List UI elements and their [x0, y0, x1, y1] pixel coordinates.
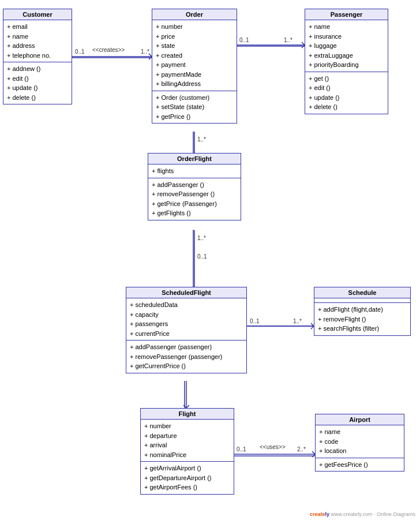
orderflight-methods: + addPassenger () + removePassenger () +… — [148, 178, 241, 220]
flight-methods: + getArrivalAirport () + getDepartureAir… — [141, 462, 234, 494]
svg-text:1..*: 1..* — [197, 136, 206, 143]
scheduledflight-class: ScheduledFlight + scheduledData + capaci… — [126, 287, 247, 373]
scheduledflight-attributes: + scheduledData + capacity + passengers … — [126, 298, 246, 341]
watermark-create: create — [310, 511, 325, 517]
watermark-url: www.creately.com · Online Diagrams — [331, 511, 415, 517]
scheduledflight-methods: + addPassenger (passenger) + removePasse… — [126, 341, 246, 373]
airport-attributes: + name + code + location — [316, 425, 404, 458]
customer-attributes: + email + name + address + telephone no. — [3, 20, 72, 62]
schedule-title: Schedule — [314, 287, 410, 298]
scheduledflight-title: ScheduledFlight — [126, 287, 246, 298]
schedule-methods: + addFlight (flight,date) + removeFlight… — [314, 303, 410, 335]
svg-text:0..1: 0..1 — [250, 318, 260, 324]
svg-text:<<creates>>: <<creates>> — [92, 47, 125, 53]
svg-text:2..*: 2..* — [297, 446, 306, 452]
airport-methods: + getFeesPrice () — [316, 458, 404, 472]
orderflight-title: OrderFlight — [148, 154, 241, 164]
watermark-ly: ly — [325, 511, 330, 517]
flight-class: Flight + number + departure + arrival + … — [140, 408, 234, 495]
passenger-class: Passenger + name + insurance + luggage +… — [305, 9, 388, 114]
watermark: creately www.creately.com · Online Diagr… — [310, 511, 415, 517]
svg-text:1..*: 1..* — [197, 235, 206, 241]
order-title: Order — [152, 9, 237, 20]
customer-title: Customer — [3, 9, 72, 20]
flight-attributes: + number + departure + arrival + nominal… — [141, 420, 234, 462]
schedule-attributes-empty — [314, 298, 410, 303]
orderflight-class: OrderFlight + flights + addPassenger () … — [148, 153, 241, 220]
flight-title: Flight — [141, 409, 234, 420]
order-attributes: + number + price + state + created + pay… — [152, 20, 237, 91]
diagram-container: Customer + email + name + address + tele… — [0, 0, 420, 520]
order-class: Order + number + price + state + created… — [152, 9, 237, 124]
order-methods: + Order (customer) + setState (state) + … — [152, 91, 237, 124]
svg-text:<<uses>>: <<uses>> — [260, 444, 286, 450]
svg-text:0..1: 0..1 — [239, 37, 249, 43]
svg-text:1..*: 1..* — [141, 48, 149, 55]
airport-title: Airport — [316, 414, 404, 425]
svg-text:1..*: 1..* — [284, 37, 292, 43]
schedule-class: Schedule + addFlight (flight,date) + rem… — [314, 287, 411, 336]
svg-text:0..1: 0..1 — [75, 48, 85, 55]
orderflight-attributes: + flights — [148, 164, 241, 178]
customer-methods: + addnew () + edit () + update () + dele… — [3, 62, 72, 104]
passenger-title: Passenger — [305, 9, 388, 20]
svg-text:0..1: 0..1 — [197, 253, 207, 260]
svg-text:0..1: 0..1 — [237, 446, 246, 452]
airport-class: Airport + name + code + location + getFe… — [315, 414, 404, 472]
customer-class: Customer + email + name + address + tele… — [3, 9, 72, 104]
passenger-attributes: + name + insurance + luggage + extraLugg… — [305, 20, 388, 72]
svg-text:1..*: 1..* — [293, 318, 302, 324]
passenger-methods: + get () + edit () + update () + delete … — [305, 72, 388, 114]
